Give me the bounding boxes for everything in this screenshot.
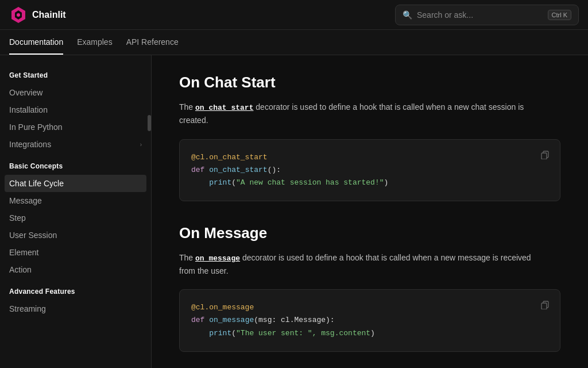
sidebar-item-element[interactable]: Element [0, 244, 151, 261]
secondary-nav: Documentation Examples API Reference [0, 30, 588, 55]
on-chat-start-code-block: @cl.on_chat_start def on_chat_start(): p… [179, 139, 560, 201]
search-placeholder: Search or ask... [417, 10, 473, 20]
on-chat-start-section: On Chat Start The on_chat_start decorato… [179, 74, 560, 201]
body-area: Get Started Overview Installation In Pur… [0, 55, 588, 368]
chevron-right-icon: › [140, 141, 142, 148]
sidebar-section-basic-concepts: Basic Concepts [0, 153, 151, 175]
svg-rect-6 [541, 303, 547, 309]
on-chat-start-link[interactable]: on_chat_start [195, 103, 253, 112]
main-content: On Chat Start The on_chat_start decorato… [152, 55, 588, 368]
sidebar-item-in-pure-python[interactable]: In Pure Python [0, 118, 151, 136]
on-message-section: On Message The on_message decorator is u… [179, 224, 560, 352]
sidebar-item-step[interactable]: Step [0, 209, 151, 227]
on-message-desc: The on_message decorator is used to defi… [179, 251, 547, 278]
sidebar: Get Started Overview Installation In Pur… [0, 55, 152, 368]
sidebar-item-message[interactable]: Message [0, 192, 151, 209]
search-icon: 🔍 [403, 10, 412, 20]
top-nav: Chainlit 🔍 Search or ask... Ctrl K [0, 0, 588, 30]
search-shortcut: Ctrl K [548, 10, 572, 20]
sidebar-item-user-session[interactable]: User Session [0, 227, 151, 244]
sidebar-item-action[interactable]: Action [0, 261, 151, 278]
sidebar-section-advanced-features: Advanced Features [0, 278, 151, 300]
code-line-2: def on_chat_start(): [191, 164, 548, 177]
chainlit-logo-icon [9, 6, 28, 24]
svg-point-2 [17, 13, 20, 17]
tab-documentation[interactable]: Documentation [9, 30, 63, 55]
tab-examples[interactable]: Examples [77, 30, 112, 55]
copy-code-button-2[interactable] [537, 297, 553, 313]
code2-line-2: def on_message(msg: cl.Message): [191, 314, 548, 327]
on-chat-start-heading: On Chat Start [179, 74, 560, 91]
sidebar-section-get-started: Get Started [0, 62, 151, 84]
code-line-3: print("A new chat session has started!") [191, 177, 548, 189]
logo: Chainlit [9, 6, 66, 24]
logo-text: Chainlit [32, 10, 66, 20]
sidebar-item-streaming[interactable]: Streaming [0, 300, 151, 317]
on-message-heading: On Message [179, 224, 560, 242]
tab-api-reference[interactable]: API Reference [126, 30, 179, 55]
on-message-code-block: @cl.on_message def on_message(msg: cl.Me… [179, 289, 560, 351]
code2-line-1: @cl.on_message [191, 301, 548, 314]
search-bar[interactable]: 🔍 Search or ask... Ctrl K [395, 5, 579, 25]
sidebar-item-overview[interactable]: Overview [0, 84, 151, 101]
on-chat-start-desc: The on_chat_start decorator is used to d… [179, 101, 547, 128]
code2-line-3: print("The user sent: ", msg.content) [191, 327, 548, 340]
copy-code-button[interactable] [537, 147, 553, 163]
code-line-1: @cl.on_chat_start [191, 151, 548, 164]
on-message-link[interactable]: on_message [195, 254, 240, 263]
sidebar-item-chat-life-cycle[interactable]: Chat Life Cycle [5, 175, 146, 192]
sidebar-item-integrations[interactable]: Integrations › [0, 136, 151, 153]
svg-rect-4 [541, 153, 547, 159]
sidebar-item-installation[interactable]: Installation [0, 101, 151, 118]
